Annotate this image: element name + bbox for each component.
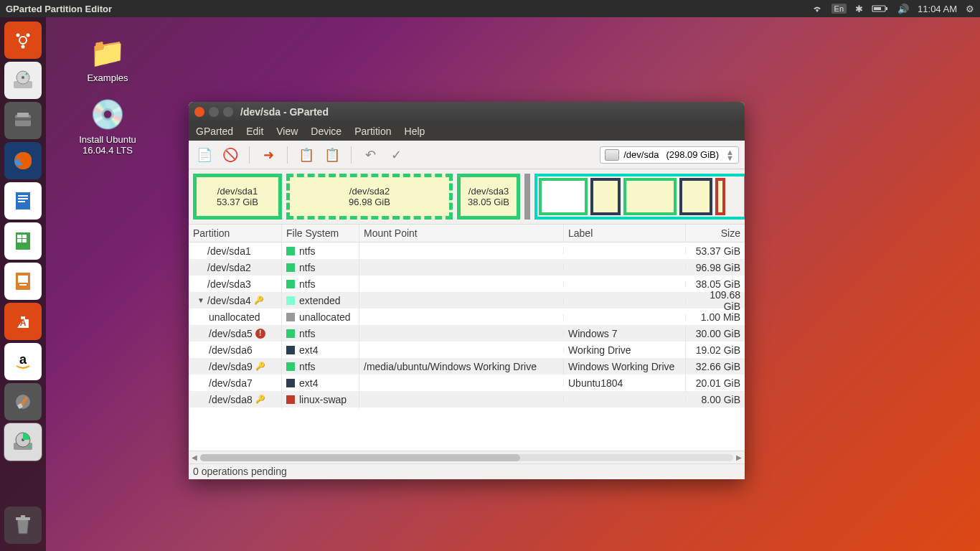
table-row[interactable]: /dev/sda9🔑ntfs/media/ubuntu/Windows Work…	[189, 358, 745, 375]
launcher-firefox[interactable]	[4, 142, 42, 179]
launcher-software[interactable]: A	[4, 303, 42, 340]
fs-type: ntfs	[299, 245, 316, 257]
window-maximize-button[interactable]	[223, 107, 233, 117]
window-titlebar[interactable]: /dev/sda - GParted	[189, 102, 745, 122]
mount-point	[359, 397, 564, 402]
table-row[interactable]: /dev/sda7ext4Ubuntu180420.01 GiB	[189, 375, 745, 391]
fs-color-swatch	[286, 296, 295, 305]
menu-device[interactable]: Device	[311, 126, 341, 137]
mount-point	[359, 347, 564, 353]
resize-button[interactable]: ➜	[258, 145, 278, 165]
viz-sda6[interactable]	[590, 178, 621, 215]
delete-button[interactable]: 🚫	[220, 145, 240, 165]
partition-label	[564, 314, 686, 320]
scroll-right-icon[interactable]: ▶	[736, 453, 742, 461]
viz-sda1[interactable]: /dev/sda1 53.37 GiB	[193, 174, 282, 220]
viz-extended[interactable]	[534, 174, 745, 220]
topbar-app-title: GParted Partition Editor	[6, 4, 811, 14]
col-mountpoint[interactable]: Mount Point	[359, 225, 564, 242]
svg-point-35	[28, 446, 31, 448]
menu-view[interactable]: View	[276, 126, 298, 137]
table-row[interactable]: /dev/sda8🔑linux-swap8.00 GiB	[189, 391, 745, 408]
viz-sda2[interactable]: /dev/sda2 96.98 GiB	[286, 174, 453, 220]
viz-sda9[interactable]	[623, 178, 677, 215]
launcher-gparted[interactable]	[4, 423, 42, 461]
paste-button[interactable]: 📋	[322, 145, 342, 165]
launcher-impress[interactable]	[4, 263, 42, 300]
system-indicators[interactable]: En ✱ 🔊 11:04 AM ⚙	[811, 4, 974, 14]
table-row[interactable]: unallocatedunallocated1.00 MiB	[189, 309, 745, 325]
clock-text[interactable]: 11:04 AM	[918, 4, 957, 14]
device-selector[interactable]: /dev/sda (298.09 GiB) ▲▼	[600, 146, 739, 164]
svg-rect-16	[18, 195, 28, 197]
launcher-settings[interactable]	[4, 383, 42, 420]
fs-type: ntfs	[299, 361, 316, 372]
settings-gear-icon[interactable]: ⚙	[966, 4, 974, 14]
launcher-amazon[interactable]: a	[4, 343, 42, 380]
table-row[interactable]: ▼/dev/sda4🔑extended109.68 GiB	[189, 292, 745, 309]
bluetooth-icon[interactable]: ✱	[855, 4, 863, 14]
menu-help[interactable]: Help	[405, 126, 425, 137]
viz-unallocated[interactable]	[524, 174, 530, 220]
scroll-track[interactable]	[200, 454, 733, 461]
table-row[interactable]: /dev/sda5!ntfsWindows 730.00 GiB	[189, 325, 745, 342]
launcher-dash[interactable]	[4, 22, 42, 59]
partition-label	[564, 298, 686, 303]
desktop-icon-examples[interactable]: 📁 Examples	[65, 36, 151, 83]
menu-edit[interactable]: Edit	[246, 126, 263, 137]
apply-button[interactable]: ✓	[386, 145, 406, 165]
partition-table: Partition File System Mount Point Label …	[189, 224, 745, 451]
table-row[interactable]: /dev/sda6ext4Working Drive19.02 GiB	[189, 342, 745, 358]
copy-button[interactable]: 📋	[296, 145, 316, 165]
partition-size: 53.37 GiB	[686, 242, 745, 260]
lock-icon: 🔑	[255, 395, 265, 404]
launcher-disks[interactable]	[4, 62, 42, 99]
launcher-writer[interactable]	[4, 182, 42, 220]
table-row[interactable]: /dev/sda1ntfs53.37 GiB	[189, 242, 745, 259]
table-row[interactable]: /dev/sda3ntfs38.05 GiB	[189, 276, 745, 292]
viz-sda7[interactable]	[679, 178, 712, 215]
col-size[interactable]: Size	[686, 225, 745, 242]
language-indicator[interactable]: En	[831, 4, 847, 14]
launcher-calc[interactable]	[4, 222, 42, 260]
fs-color-swatch	[286, 395, 295, 404]
scroll-left-icon[interactable]: ◀	[192, 453, 197, 461]
viz-sda5[interactable]	[539, 178, 588, 215]
partition-label: Working Drive	[564, 342, 686, 359]
volume-icon[interactable]: 🔊	[897, 4, 909, 14]
partition-name: /dev/sda6	[209, 344, 253, 356]
fs-type: ntfs	[299, 328, 316, 339]
col-partition[interactable]: Partition	[189, 225, 282, 242]
horizontal-scrollbar[interactable]: ◀ ▶	[189, 451, 745, 463]
launcher-files[interactable]	[4, 102, 42, 139]
window-minimize-button[interactable]	[209, 107, 219, 117]
window-close-button[interactable]	[194, 107, 204, 117]
mount-point	[359, 331, 564, 336]
partition-size: 8.00 GiB	[686, 391, 745, 408]
table-row[interactable]: /dev/sda2ntfs96.98 GiB	[189, 259, 745, 276]
top-menu-bar: GParted Partition Editor En ✱ 🔊 11:04 AM…	[0, 0, 980, 17]
undo-button[interactable]: ↶	[360, 145, 380, 165]
menu-gparted[interactable]: GParted	[196, 126, 233, 137]
launcher-trash[interactable]	[4, 507, 42, 544]
separator	[287, 146, 288, 164]
scroll-thumb[interactable]	[200, 454, 520, 461]
menu-partition[interactable]: Partition	[354, 126, 391, 137]
new-partition-button[interactable]: 📄	[194, 145, 215, 165]
fs-color-swatch	[286, 379, 295, 387]
fs-color-swatch	[286, 329, 295, 338]
col-label[interactable]: Label	[564, 225, 686, 242]
battery-icon[interactable]	[872, 4, 889, 13]
mount-point	[359, 380, 564, 386]
lock-icon: 🔑	[254, 296, 264, 305]
svg-point-9	[22, 76, 24, 79]
desktop-icon-install-ubuntu[interactable]: 💿 Install Ubuntu 16.04.4 LTS	[65, 98, 151, 156]
viz-sda8[interactable]	[715, 178, 725, 215]
svg-rect-1	[886, 7, 887, 10]
viz-sda3[interactable]: /dev/sda3 38.05 GiB	[457, 174, 520, 220]
wifi-icon[interactable]	[811, 4, 823, 13]
col-filesystem[interactable]: File System	[282, 225, 359, 242]
separator	[351, 146, 352, 164]
expander-icon[interactable]: ▼	[197, 296, 204, 304]
fs-color-swatch	[286, 362, 295, 371]
